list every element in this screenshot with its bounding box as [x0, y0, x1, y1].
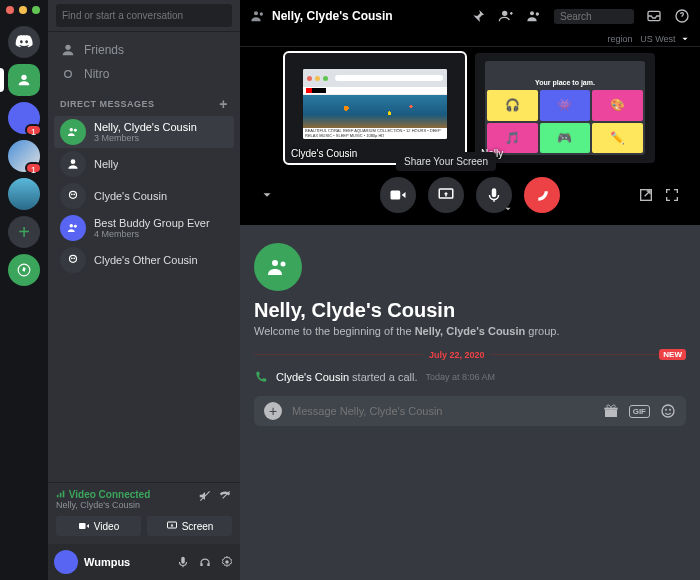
- system-message: Clyde's Cousin started a call. Today at …: [254, 368, 686, 386]
- svg-point-23: [260, 12, 263, 15]
- new-badge: NEW: [659, 349, 686, 360]
- avatar: [60, 215, 86, 241]
- svg-point-0: [21, 75, 26, 80]
- svg-point-7: [70, 191, 77, 198]
- home-button[interactable]: [8, 26, 40, 58]
- server-item[interactable]: [8, 178, 40, 210]
- signal-icon: [56, 489, 66, 499]
- svg-point-13: [71, 257, 73, 259]
- nitro-tab[interactable]: Nitro: [54, 62, 234, 86]
- hangup-button[interactable]: [524, 177, 560, 213]
- create-dm-button[interactable]: +: [219, 96, 228, 112]
- message-content: Nelly, Clyde's Cousin Welcome to the beg…: [240, 225, 700, 580]
- message-timestamp: Today at 8:06 AM: [426, 372, 496, 382]
- add-server-button[interactable]: +: [8, 216, 40, 248]
- svg-point-34: [281, 262, 286, 267]
- emoji-icon[interactable]: [660, 403, 676, 419]
- chevron-down-icon: [680, 34, 690, 44]
- dm-name: Clyde's Cousin: [94, 190, 167, 202]
- attach-button[interactable]: +: [264, 402, 282, 420]
- server-item[interactable]: [8, 64, 40, 96]
- search-input[interactable]: [554, 9, 634, 24]
- gif-button[interactable]: GIF: [629, 405, 650, 418]
- main-area: Nelly, Clyde's Cousin region US West BEA…: [240, 0, 700, 580]
- region-value[interactable]: US West: [640, 34, 675, 44]
- friends-tab[interactable]: Friends: [54, 38, 234, 62]
- svg-point-6: [71, 159, 76, 164]
- collapse-button[interactable]: [260, 188, 274, 202]
- popout-icon[interactable]: [638, 187, 654, 203]
- video-button[interactable]: Video: [56, 516, 141, 536]
- traffic-max[interactable]: [32, 6, 40, 14]
- conversation-search-wrap: [48, 0, 240, 32]
- noise-suppression-icon[interactable]: [198, 489, 212, 503]
- svg-point-11: [74, 225, 77, 228]
- region-row: region US West: [240, 32, 700, 47]
- settings-icon[interactable]: [220, 555, 234, 569]
- nitro-label: Nitro: [84, 67, 109, 81]
- dm-item[interactable]: Clyde's Other Cousin: [54, 244, 234, 276]
- message-input[interactable]: [292, 405, 593, 417]
- svg-point-3: [65, 71, 72, 78]
- members-icon[interactable]: [526, 8, 542, 24]
- svg-rect-17: [63, 491, 65, 498]
- server-item[interactable]: 1: [8, 102, 40, 134]
- svg-point-4: [70, 128, 74, 132]
- dm-name: Clyde's Other Cousin: [94, 254, 198, 266]
- headphones-icon[interactable]: [198, 555, 212, 569]
- date-divider: July 22, 2020 NEW: [254, 349, 686, 360]
- svg-point-24: [502, 11, 507, 16]
- channel-welcome-title: Nelly, Clyde's Cousin: [254, 299, 686, 322]
- mute-button[interactable]: [476, 177, 512, 213]
- svg-rect-16: [60, 493, 62, 498]
- inbox-icon[interactable]: [646, 8, 662, 24]
- traffic-min[interactable]: [19, 6, 27, 14]
- group-icon: [250, 8, 266, 24]
- help-icon[interactable]: [674, 8, 690, 24]
- avatar: [60, 151, 86, 177]
- call-controls: Share Your Screen: [250, 163, 690, 215]
- user-avatar[interactable]: [54, 550, 78, 574]
- notification-badge: 1: [25, 124, 42, 136]
- conversation-search-input[interactable]: [56, 4, 232, 27]
- region-label: region: [608, 34, 633, 44]
- svg-point-2: [65, 45, 70, 50]
- gift-icon[interactable]: [603, 403, 619, 419]
- pin-icon[interactable]: [470, 8, 486, 24]
- svg-point-26: [536, 12, 539, 15]
- disconnect-icon[interactable]: [218, 489, 232, 503]
- fullscreen-icon[interactable]: [664, 187, 680, 203]
- chevron-down-icon[interactable]: [503, 204, 513, 214]
- video-icon: [389, 186, 407, 204]
- add-friend-icon[interactable]: [498, 8, 514, 24]
- video-tile[interactable]: Your place to jam. 🎧 👾 🎨 🎵 🎮 ✏️ Nelly: [475, 53, 655, 163]
- screen-share-toggle-button[interactable]: Share Your Screen: [428, 177, 464, 213]
- svg-point-38: [665, 409, 667, 411]
- discord-logo-icon: [15, 33, 33, 51]
- server-rail: 1 1 +: [0, 0, 48, 580]
- voice-connection-status: Video Connected: [56, 489, 150, 500]
- avatar: [60, 183, 86, 209]
- call-stage: BEAUTIFUL CORAL REEF AQUARIUM COLLECTION…: [240, 47, 700, 225]
- message-author[interactable]: Clyde's Cousin: [276, 371, 349, 383]
- dm-item[interactable]: Nelly: [54, 148, 234, 180]
- group-icon: [66, 125, 80, 139]
- svg-rect-20: [181, 557, 185, 564]
- video-tile[interactable]: BEAUTIFUL CORAL REEF AQUARIUM COLLECTION…: [285, 53, 465, 163]
- mic-icon[interactable]: [176, 555, 190, 569]
- svg-point-10: [70, 224, 74, 228]
- camera-toggle-button[interactable]: [380, 177, 416, 213]
- phone-icon: [254, 370, 268, 384]
- traffic-close[interactable]: [6, 6, 14, 14]
- dm-item[interactable]: Clyde's Cousin: [54, 180, 234, 212]
- dm-item[interactable]: Nelly, Clyde's Cousin3 Members: [54, 116, 234, 148]
- notification-badge: 1: [25, 162, 42, 174]
- server-item[interactable]: 1: [8, 140, 40, 172]
- voice-status-panel: Video Connected Nelly, Clyde's Cousin: [48, 482, 240, 516]
- svg-point-8: [71, 193, 73, 195]
- explore-button[interactable]: [8, 254, 40, 286]
- svg-point-21: [225, 560, 229, 564]
- svg-rect-15: [57, 495, 59, 498]
- dm-item[interactable]: Best Buddy Group Ever4 Members: [54, 212, 234, 244]
- screen-share-button[interactable]: Screen: [147, 516, 232, 536]
